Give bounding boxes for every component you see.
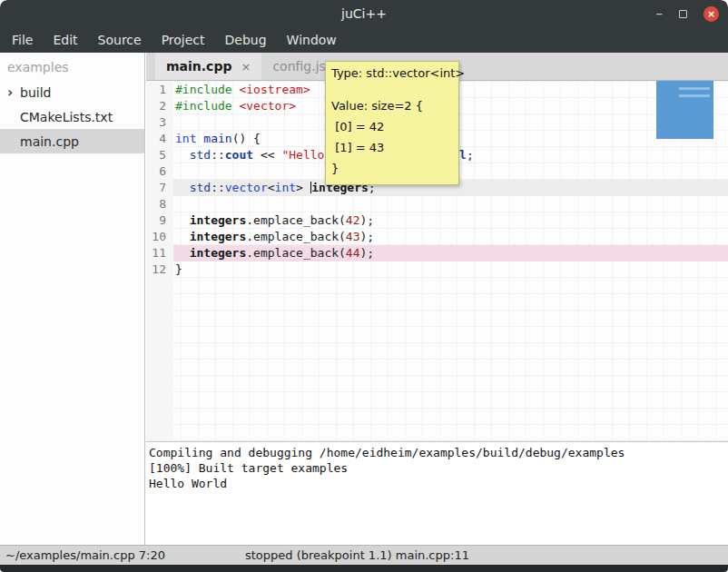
status-debug-state: stopped (breakpoint 1.1) main.cpp:11 (245, 548, 469, 562)
sidebar: examples ›buildCMakeLists.txtmain.cpp (0, 53, 145, 545)
code-token: 43 (346, 230, 360, 243)
line-number: 12 (146, 261, 173, 278)
window-bottom-border (0, 565, 728, 572)
titlebar[interactable]: juCi++ – × (0, 0, 728, 27)
code-token: } (175, 262, 182, 276)
code-token: vector (225, 181, 268, 194)
line-number: 9 (146, 212, 173, 229)
tooltip-body: Value: size=2 { [0] = 42 [1] = 43} (331, 95, 453, 179)
code-line[interactable]: integers.emplace_back(43); (173, 229, 728, 245)
status-file-position: ~/examples/main.cpp 7:20 (5, 548, 165, 562)
code-token: :: (211, 148, 225, 162)
code-token: () { (232, 132, 261, 145)
code-token: << (253, 148, 281, 162)
code-line[interactable] (173, 196, 728, 212)
code-token: emplace_back (253, 246, 339, 260)
maximize-icon[interactable] (679, 10, 687, 18)
code-token (175, 181, 190, 194)
terminal-line: Hello World (149, 476, 728, 491)
project-name: examples (0, 53, 144, 80)
editor-line: 9 integers.emplace_back(42); (146, 212, 728, 229)
terminal-panel[interactable]: Compiling and debugging /home/eidheim/ex… (146, 441, 728, 545)
code-token: <iostream> (239, 83, 310, 96)
line-number: 1 (146, 82, 173, 98)
code-token: . (246, 213, 253, 227)
minimize-button[interactable]: – (656, 9, 664, 18)
overview-line (679, 87, 710, 90)
code-token: main (203, 132, 231, 145)
window-title: juCi++ (341, 6, 387, 21)
code-token: emplace_back (253, 213, 339, 227)
chevron-right-icon: › (7, 84, 20, 101)
line-number: 10 (146, 229, 173, 245)
code-token: emplace_back (253, 230, 339, 243)
code-token: ( (339, 213, 346, 227)
code-token (175, 213, 190, 227)
code-token (175, 148, 190, 162)
code-token: cout (225, 148, 253, 162)
code-token: 42 (346, 213, 360, 227)
editor-line: 12} (146, 261, 728, 278)
sidebar-item-main-cpp[interactable]: main.cpp (0, 129, 144, 153)
code-token: int (275, 181, 296, 194)
code-token: integers (190, 230, 247, 243)
scroll-overview[interactable] (656, 81, 713, 139)
tab-main-cpp[interactable]: main.cpp× (155, 53, 261, 80)
menu-item-project[interactable]: Project (152, 29, 215, 51)
code-token: < (268, 181, 275, 194)
code-token: std (190, 181, 211, 194)
code-token: integers (190, 246, 247, 260)
menu-item-source[interactable]: Source (88, 29, 152, 51)
code-token: ( (339, 230, 346, 243)
menu-item-file[interactable]: File (2, 29, 43, 51)
editor-line: 8 (146, 196, 728, 212)
tooltip-type-line: Type: std::vector<int> (331, 65, 453, 82)
editor-line: 11 integers.emplace_back(44); (146, 245, 728, 261)
code-line[interactable]: integers.emplace_back(44); (173, 245, 728, 261)
code-token: int (175, 132, 196, 145)
code-token: std (190, 148, 211, 162)
code-token: . (246, 230, 253, 243)
code-line[interactable]: } (173, 261, 728, 278)
window-controls: – × (656, 0, 720, 27)
code-token: ); (360, 213, 375, 227)
tooltip-line: Value: size=2 { (331, 95, 453, 116)
code-token (175, 230, 190, 243)
line-number: 11 (146, 245, 173, 261)
debug-value-tooltip: Type: std::vector<int> Value: size=2 { [… (325, 61, 459, 185)
line-number: 7 (146, 180, 173, 196)
code-token: > (296, 181, 310, 194)
file-tree: ›buildCMakeLists.txtmain.cpp (0, 80, 144, 153)
code-token: ); (360, 230, 375, 243)
code-token: 44 (346, 246, 360, 260)
sidebar-item-build[interactable]: ›build (0, 80, 144, 104)
tab-label: main.cpp (166, 59, 231, 74)
code-token: #include (175, 83, 232, 96)
line-number: 8 (146, 196, 173, 212)
tree-item-label: build (20, 85, 51, 100)
close-button[interactable]: × (703, 6, 719, 22)
sidebar-item-cmakelists-txt[interactable]: CMakeLists.txt (0, 104, 144, 129)
terminal-output: Compiling and debugging /home/eidheim/ex… (149, 445, 728, 491)
line-number: 6 (146, 163, 173, 180)
code-token: ); (360, 246, 375, 260)
close-tab-icon[interactable]: × (241, 60, 251, 74)
code-token: integers (190, 213, 247, 227)
menu-item-debug[interactable]: Debug (215, 29, 277, 51)
menubar: FileEditSourceProjectDebugWindow (0, 27, 728, 53)
overview-line (679, 94, 710, 97)
menu-item-window[interactable]: Window (277, 29, 347, 51)
terminal-line: [100%] Built target examples (149, 460, 728, 476)
menu-item-edit[interactable]: Edit (43, 29, 87, 51)
app-window: juCi++ – × FileEditSourceProjectDebugWin… (0, 0, 728, 572)
tooltip-line: [0] = 42 (331, 116, 453, 137)
code-token: :: (211, 181, 225, 194)
code-line[interactable]: integers.emplace_back(42); (173, 212, 728, 229)
code-token: . (246, 246, 253, 260)
code-token: <vector> (239, 99, 296, 113)
terminal-line: Compiling and debugging /home/eidheim/ex… (149, 445, 728, 460)
line-number: 4 (146, 131, 173, 147)
code-token (175, 246, 190, 260)
code-token: ; (467, 148, 474, 162)
code-token: #include (175, 99, 232, 113)
